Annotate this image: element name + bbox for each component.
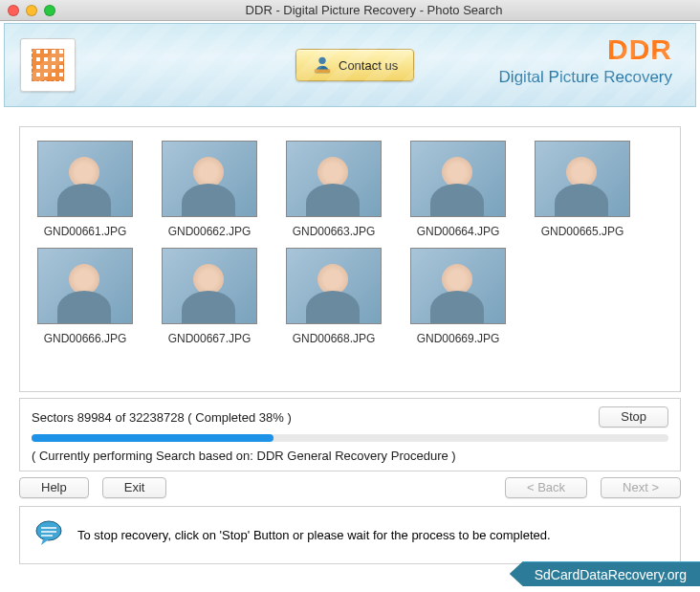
photo-icon [410,248,506,324]
thumbnail-item[interactable]: GND00663.JPG [286,141,382,238]
thumbnail-item[interactable]: GND00667.JPG [162,248,257,345]
close-window-button[interactable] [8,5,19,16]
thumbnail-item[interactable]: GND00665.JPG [535,141,630,238]
photo-icon [535,141,630,217]
app-logo-icon [20,38,76,92]
contact-us-button[interactable]: Contact us [295,49,414,81]
nav-row: Help Exit < Back Next > [19,477,681,498]
minimize-window-button[interactable] [26,5,37,16]
titlebar: DDR - Digital Picture Recovery - Photo S… [0,0,700,21]
brand-block: DDR Digital Picture Recovery [499,33,672,87]
svg-rect-1 [315,69,331,73]
thumbnail-panel: GND00661.JPG GND00662.JPG GND00663.JPG G… [19,126,681,392]
brand-title: DDR [499,33,672,66]
tip-text: To stop recovery, click on 'Stop' Button… [77,528,551,542]
app-banner: Contact us DDR Digital Picture Recovery [4,23,696,107]
thumbnail-label: GND00667.JPG [162,332,257,345]
thumbnail-item[interactable]: GND00668.JPG [286,248,382,345]
tip-panel: To stop recovery, click on 'Stop' Button… [19,506,681,564]
progress-status-text: ( Currently performing Search based on: … [32,449,668,463]
photo-icon [286,141,382,217]
photo-icon [37,141,133,217]
person-icon [312,54,333,77]
photo-icon [410,141,506,217]
chat-bubble-icon [33,518,64,552]
thumbnail-label: GND00669.JPG [410,332,506,345]
thumbnail-item[interactable]: GND00662.JPG [162,141,257,238]
thumbnail-label: GND00664.JPG [410,225,506,238]
thumbnail-item[interactable]: GND00669.JPG [410,248,506,345]
thumbnail-label: GND00668.JPG [286,332,382,345]
progress-panel: Sectors 89984 of 32238728 ( Completed 38… [19,398,681,471]
next-button: Next > [601,477,681,498]
help-button[interactable]: Help [19,477,89,498]
thumbnail-label: GND00662.JPG [162,225,257,238]
thumbnail-item[interactable]: GND00666.JPG [37,248,133,345]
thumbnail-label: GND00665.JPG [535,225,630,238]
svg-point-0 [318,56,325,63]
footer-ribbon: SdCardDataRecovery.org [510,561,700,586]
svg-point-2 [36,521,61,540]
thumbnail-item[interactable]: GND00664.JPG [410,141,506,238]
thumbnail-row: GND00666.JPG GND00667.JPG GND00668.JPG G… [37,248,663,345]
window-title: DDR - Digital Picture Recovery - Photo S… [55,3,692,17]
thumbnail-row: GND00661.JPG GND00662.JPG GND00663.JPG G… [37,141,663,238]
exit-button[interactable]: Exit [102,477,167,498]
thumbnail-label: GND00663.JPG [286,225,382,238]
thumbnail-label: GND00666.JPG [37,332,133,345]
brand-subtitle: Digital Picture Recovery [499,68,672,87]
main-content: GND00661.JPG GND00662.JPG GND00663.JPG G… [19,126,681,564]
progress-sectors-text: Sectors 89984 of 32238728 ( Completed 38… [32,410,292,425]
photo-icon [162,141,257,217]
progress-fill [32,434,273,442]
stop-button[interactable]: Stop [599,406,668,428]
back-button: < Back [505,477,587,498]
window-controls [8,5,55,16]
footer-domain-text: SdCardDataRecovery.org [535,567,687,582]
thumbnail-item[interactable]: GND00661.JPG [37,141,133,238]
photo-icon [162,248,257,324]
photo-icon [37,248,133,324]
zoom-window-button[interactable] [44,5,55,16]
photo-icon [286,248,382,324]
progress-bar [32,434,668,442]
contact-us-label: Contact us [339,58,398,73]
thumbnail-label: GND00661.JPG [37,225,133,238]
